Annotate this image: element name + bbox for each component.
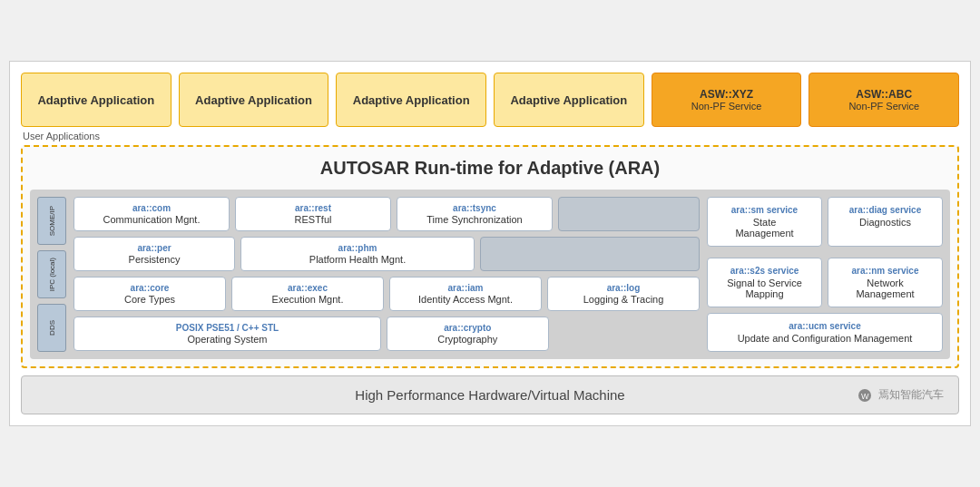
somip-box: SOME/IP [37, 197, 66, 245]
watermark: W 焉知智能汽车 [858, 387, 944, 403]
ara-sm-box: ara::sm service StateManagement [707, 197, 822, 247]
ipc-label: IPC (local) [48, 258, 56, 291]
ara-diag-box: ara::diag service Diagnostics [828, 197, 943, 247]
vertical-labels-stack: SOME/IP IPC (local) DDS [37, 197, 66, 352]
ara-title: AUTOSAR Run-time for Adaptive (ARA) [30, 154, 950, 182]
ara-log-desc: Logging & Tracing [555, 294, 691, 305]
app-sublabel-6: Non-PF Service [848, 101, 919, 112]
ara-tsync-title: ara::tsync [405, 203, 544, 213]
ara-com-box: ara::com Communication Mgnt. [74, 197, 230, 231]
ara-ucm-desc: Update and Configuration Management [715, 333, 935, 344]
right-row-3: ara::ucm service Update and Configuratio… [707, 313, 943, 352]
ara-sm-desc: StateManagement [715, 217, 814, 239]
posix-desc: Operating System [82, 334, 373, 345]
top-app-row: Adaptive Application Adaptive Applicatio… [21, 73, 959, 127]
ara-com-title: ara::com [82, 203, 221, 213]
ara-ucm-title: ara::ucm service [715, 321, 935, 331]
ara-ucm-box: ara::ucm service Update and Configuratio… [707, 313, 943, 352]
ara-tsync-desc: Time Synchronization [405, 214, 544, 225]
app-label-2: Adaptive Application [195, 93, 312, 107]
ara-exec-box: ara::exec Execution Mgnt. [231, 277, 384, 311]
app-box-3: Adaptive Application [336, 73, 486, 127]
ara-rest-box: ara::rest RESTful [235, 197, 391, 231]
posix-box: POSIX PSE51 / C++ STL Operating System [74, 317, 381, 351]
ara-diag-title: ara::diag service [836, 205, 935, 215]
dds-label: DDS [48, 320, 56, 336]
posix-title: POSIX PSE51 / C++ STL [82, 323, 373, 333]
gray-spacer-2 [480, 237, 700, 271]
ara-exec-title: ara::exec [240, 283, 376, 293]
ara-sm-title: ara::sm service [715, 205, 814, 215]
inner-panel: SOME/IP IPC (local) DDS ara::com Communi… [30, 190, 950, 359]
app-box-2: Adaptive Application [179, 73, 329, 127]
gray-spacer-1 [558, 197, 700, 231]
grid-row-2: ara::per Persistency ara::phm Platform H… [74, 237, 700, 271]
ara-per-title: ara::per [82, 243, 227, 253]
ara-s2s-desc: Signal to Service Mapping [715, 278, 814, 299]
app-label-6: ASW::ABC [856, 88, 912, 101]
ara-phm-desc: Platform Health Mgnt. [249, 254, 466, 265]
app-box-5: ASW::XYZ Non-PF Service [652, 73, 802, 127]
ara-s2s-title: ara::s2s service [715, 266, 814, 276]
ara-nm-desc: NetworkManagement [836, 278, 935, 299]
app-box-4: Adaptive Application [494, 73, 644, 127]
ara-crypto-title: ara::crypto [395, 323, 541, 333]
row4-spacer [554, 317, 701, 351]
ara-container: AUTOSAR Run-time for Adaptive (ARA) SOME… [21, 145, 959, 368]
ara-iam-box: ara::iam Identity Access Mgnt. [389, 277, 542, 311]
app-label-4: Adaptive Application [510, 93, 627, 107]
right-panel: ara::sm service StateManagement ara::dia… [707, 197, 943, 352]
ara-s2s-box: ara::s2s service Signal to Service Mappi… [707, 258, 822, 307]
ara-iam-desc: Identity Access Mgnt. [397, 294, 534, 305]
ara-phm-title: ara::phm [249, 243, 466, 253]
app-box-1: Adaptive Application [21, 73, 172, 127]
app-label-5: ASW::XYZ [700, 88, 753, 101]
ipc-box: IPC (local) [37, 250, 66, 298]
ara-exec-desc: Execution Mgnt. [240, 294, 376, 305]
app-sublabel-5: Non-PF Service [691, 101, 762, 112]
ara-crypto-desc: Cryptography [395, 334, 541, 345]
app-box-6: ASW::ABC Non-PF Service [808, 73, 959, 127]
ara-log-title: ara::log [555, 283, 691, 293]
ara-diag-desc: Diagnostics [836, 217, 935, 228]
ara-log-box: ara::log Logging & Tracing [547, 277, 700, 311]
ara-phm-box: ara::phm Platform Health Mgnt. [240, 237, 475, 271]
ara-nm-title: ara::nm service [836, 266, 935, 276]
ara-per-box: ara::per Persistency [74, 237, 235, 271]
ara-core-desc: Core Types [82, 294, 218, 305]
app-label-3: Adaptive Application [353, 93, 470, 107]
grid-row-1: ara::com Communication Mgnt. ara::rest R… [74, 197, 700, 231]
user-apps-label: User Applications [21, 131, 959, 141]
ara-tsync-box: ara::tsync Time Synchronization [397, 197, 553, 231]
right-row-2: ara::s2s service Signal to Service Mappi… [707, 258, 943, 307]
right-row-1: ara::sm service StateManagement ara::dia… [707, 197, 943, 247]
ara-core-title: ara::core [82, 283, 218, 293]
ara-per-desc: Persistency [82, 254, 227, 265]
ara-iam-title: ara::iam [397, 283, 534, 293]
hardware-label: High Performance Hardware/Virtual Machin… [355, 387, 624, 403]
svg-text:W: W [861, 392, 869, 401]
main-container: Adaptive Application Adaptive Applicatio… [9, 61, 971, 426]
grid-row-4: POSIX PSE51 / C++ STL Operating System a… [74, 317, 700, 351]
ara-nm-box: ara::nm service NetworkManagement [828, 258, 943, 307]
ara-rest-desc: RESTful [243, 214, 383, 225]
dds-box: DDS [37, 304, 66, 352]
watermark-text: 焉知智能汽车 [878, 388, 944, 401]
hardware-row: High Performance Hardware/Virtual Machin… [21, 375, 959, 414]
wechat-icon: W [858, 388, 872, 403]
ara-crypto-box: ara::crypto Cryptography [387, 317, 549, 351]
app-label-1: Adaptive Application [37, 93, 154, 107]
ara-core-box: ara::core Core Types [74, 277, 226, 311]
ara-com-desc: Communication Mgnt. [82, 214, 221, 225]
ara-rest-title: ara::rest [243, 203, 383, 213]
somip-label: SOME/IP [48, 206, 56, 236]
grid-row-3: ara::core Core Types ara::exec Execution… [74, 277, 700, 311]
